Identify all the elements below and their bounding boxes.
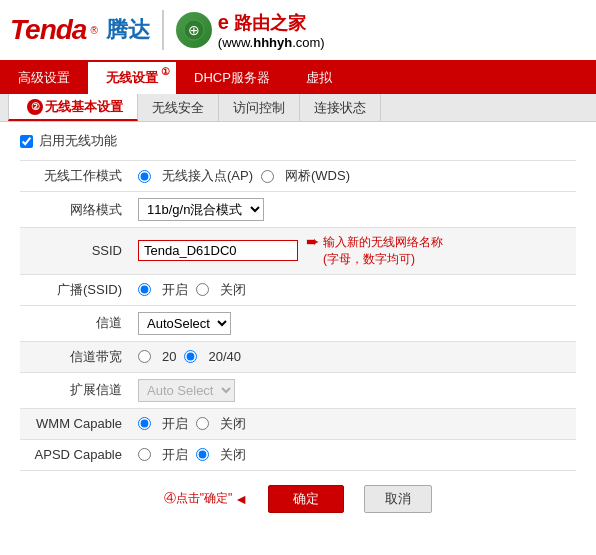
broadcast-row: 广播(SSID) 开启 关闭 <box>20 274 576 305</box>
nav-wireless[interactable]: 无线设置 ① <box>88 62 176 94</box>
mode-ap-label[interactable]: 无线接入点(AP) <box>162 167 253 185</box>
apsd-off-label[interactable]: 关闭 <box>220 446 246 464</box>
step4-arrow: ◄ <box>234 491 248 507</box>
step4-text: ④点击"确定" <box>164 490 233 507</box>
ssid-note-text: 输入新的无线网络名称 (字母，数字均可) <box>323 234 443 268</box>
mode-label: 无线工作模式 <box>20 161 130 192</box>
nav-top: 高级设置 无线设置 ① DHCP服务器 虚拟 <box>0 62 596 94</box>
apsd-row: APSD Capable 开启 关闭 <box>20 439 576 470</box>
ext-channel-label: 扩展信道 <box>20 372 130 408</box>
cancel-button[interactable]: 取消 <box>364 485 432 513</box>
wmm-value-cell: 开启 关闭 <box>130 408 576 439</box>
bandwidth-2040-radio[interactable] <box>184 350 197 363</box>
bandwidth-2040-label[interactable]: 20/40 <box>208 349 241 364</box>
apsd-on-label[interactable]: 开启 <box>162 446 188 464</box>
site-name-icon: e <box>218 11 229 33</box>
broadcast-on-radio[interactable] <box>138 283 151 296</box>
wmm-row: WMM Capable 开启 关闭 <box>20 408 576 439</box>
mode-value-cell: 无线接入点(AP) 网桥(WDS) <box>130 161 576 192</box>
brand-reg: ® <box>90 25 97 36</box>
ext-channel-row: 扩展信道 Auto Select <box>20 372 576 408</box>
mode-wds-radio[interactable] <box>261 170 274 183</box>
nav-sub-access[interactable]: 访问控制 <box>219 94 300 121</box>
site-url: (www.hhhyh.com) <box>218 35 325 50</box>
nav-advanced[interactable]: 高级设置 <box>0 62 88 94</box>
bandwidth-value-cell: 20 20/40 <box>130 341 576 372</box>
enable-row: 启用无线功能 <box>20 132 576 150</box>
broadcast-value-cell: 开启 关闭 <box>130 274 576 305</box>
bandwidth-label: 信道带宽 <box>20 341 130 372</box>
header-divider <box>162 10 164 50</box>
apsd-label: APSD Capable <box>20 439 130 470</box>
network-mode-row: 网络模式 11b/g/n混合模式 11b模式 11g模式 11n模式 <box>20 192 576 228</box>
wmm-on-radio[interactable] <box>138 417 151 430</box>
network-mode-label: 网络模式 <box>20 192 130 228</box>
content-area: 启用无线功能 无线工作模式 无线接入点(AP) 网桥(WDS) 网络模式 11b… <box>0 122 596 523</box>
bandwidth-20-radio[interactable] <box>138 350 151 363</box>
site-name-label: 路由之家 <box>234 13 306 33</box>
network-mode-value-cell: 11b/g/n混合模式 11b模式 11g模式 11n模式 <box>130 192 576 228</box>
header: Tenda ® 腾达 ⊕ e 路由之家 (www.hhhyh.com) <box>0 0 596 62</box>
button-row: ④点击"确定" ◄ 确定 取消 <box>20 485 576 513</box>
ssid-label: SSID <box>20 228 130 275</box>
mode-wds-label[interactable]: 网桥(WDS) <box>285 167 350 185</box>
brand-name: Tenda <box>10 14 86 46</box>
wmm-off-label[interactable]: 关闭 <box>220 415 246 433</box>
step4-note: ④点击"确定" ◄ <box>164 490 248 507</box>
ssid-note: ➨ 输入新的无线网络名称 (字母，数字均可) <box>306 234 443 268</box>
broadcast-label: 广播(SSID) <box>20 274 130 305</box>
enable-wireless-checkbox[interactable] <box>20 135 33 148</box>
nav-sub-security[interactable]: 无线安全 <box>138 94 219 121</box>
broadcast-off-radio[interactable] <box>196 283 209 296</box>
mode-row: 无线工作模式 无线接入点(AP) 网桥(WDS) <box>20 161 576 192</box>
nav-wireless-badge: ① <box>158 64 172 78</box>
ext-channel-select[interactable]: Auto Select <box>138 379 235 402</box>
wmm-label: WMM Capable <box>20 408 130 439</box>
site-logo: ⊕ e 路由之家 (www.hhhyh.com) <box>176 11 325 50</box>
apsd-value-cell: 开启 关闭 <box>130 439 576 470</box>
site-text: e 路由之家 (www.hhhyh.com) <box>218 11 325 50</box>
mode-ap-radio[interactable] <box>138 170 151 183</box>
confirm-button[interactable]: 确定 <box>268 485 344 513</box>
ssid-value-cell: Tenda_D61DC0 ➨ 输入新的无线网络名称 (字母，数字均可) <box>130 228 576 275</box>
site-name: e 路由之家 <box>218 11 325 35</box>
wmm-on-label[interactable]: 开启 <box>162 415 188 433</box>
nav-sub-status[interactable]: 连接状态 <box>300 94 381 121</box>
ssid-note-arrow: ➨ <box>306 232 319 251</box>
channel-select[interactable]: AutoSelect 123 456 789 10111213 <box>138 312 231 335</box>
ext-channel-value-cell: Auto Select <box>130 372 576 408</box>
brand-chinese: 腾达 <box>106 15 150 45</box>
broadcast-off-label[interactable]: 关闭 <box>220 281 246 299</box>
channel-label: 信道 <box>20 305 130 341</box>
svg-text:⊕: ⊕ <box>188 22 200 38</box>
channel-row: 信道 AutoSelect 123 456 789 10111213 <box>20 305 576 341</box>
network-mode-select[interactable]: 11b/g/n混合模式 11b模式 11g模式 11n模式 <box>138 198 264 221</box>
bandwidth-row: 信道带宽 20 20/40 <box>20 341 576 372</box>
settings-table: 无线工作模式 无线接入点(AP) 网桥(WDS) 网络模式 11b/g/n混合模… <box>20 160 576 471</box>
sub-basic-badge: ② <box>27 99 43 115</box>
apsd-off-radio[interactable] <box>196 448 209 461</box>
channel-value-cell: AutoSelect 123 456 789 10111213 <box>130 305 576 341</box>
bandwidth-20-label[interactable]: 20 <box>162 349 176 364</box>
nav-sub-basic[interactable]: ② 无线基本设置 <box>8 94 138 121</box>
wmm-off-radio[interactable] <box>196 417 209 430</box>
router-icon: ⊕ <box>176 12 212 48</box>
ssid-input[interactable]: Tenda_D61DC0 <box>138 240 298 261</box>
broadcast-on-label[interactable]: 开启 <box>162 281 188 299</box>
logo-left: Tenda ® 腾达 <box>10 14 150 46</box>
nav-sub: ② 无线基本设置 无线安全 访问控制 连接状态 <box>0 94 596 122</box>
enable-wireless-label[interactable]: 启用无线功能 <box>39 132 117 150</box>
nav-virtual[interactable]: 虚拟 <box>288 62 350 94</box>
nav-dhcp[interactable]: DHCP服务器 <box>176 62 288 94</box>
apsd-on-radio[interactable] <box>138 448 151 461</box>
ssid-row: SSID Tenda_D61DC0 ➨ 输入新的无线网络名称 (字母，数字均可) <box>20 228 576 275</box>
